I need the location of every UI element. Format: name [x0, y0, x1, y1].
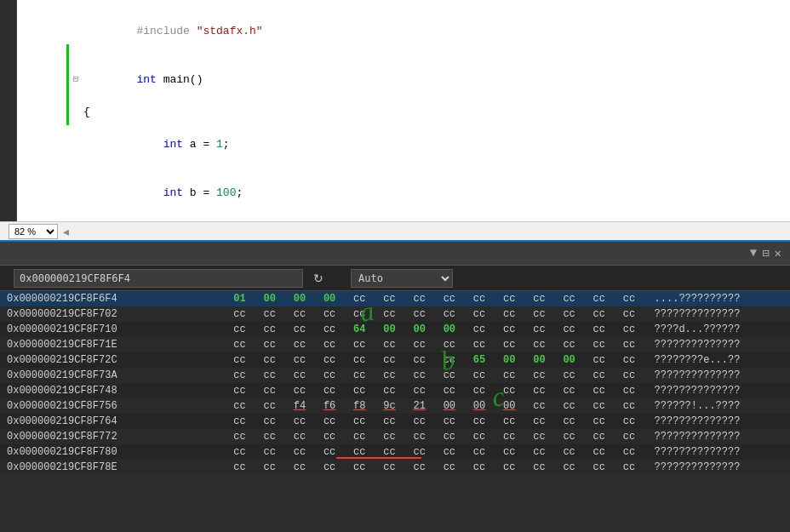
hex-byte-cell: cc — [375, 368, 404, 383]
hex-byte-cell: cc — [404, 429, 434, 444]
code-line-b: int b = 100; — [17, 169, 790, 217]
ascii-cell: ??????!...???? — [644, 398, 790, 414]
hex-byte-cell: cc — [225, 444, 255, 460]
hex-byte-cell: cc — [614, 383, 644, 398]
pin-icon[interactable]: ▼ — [750, 246, 757, 260]
hex-byte-cell: cc — [375, 383, 404, 398]
hex-byte-cell: cc — [225, 322, 255, 337]
memory-row: 0x000000219CF8F6F401000000cccccccccccccc… — [0, 291, 790, 306]
hex-byte-cell: cc — [284, 306, 314, 322]
hex-byte-cell: cc — [524, 368, 554, 383]
hex-byte-cell: cc — [225, 398, 255, 414]
hex-byte-cell: cc — [554, 368, 584, 383]
hex-byte-cell: cc — [315, 352, 345, 368]
memory-table-container[interactable]: 0x000000219CF8F6F401000000cccccccccccccc… — [0, 291, 790, 532]
hex-byte-cell: cc — [225, 368, 255, 383]
hex-byte-cell: cc — [464, 429, 494, 444]
memory-address-cell: 0x000000219CF8F772 — [0, 429, 225, 444]
ascii-cell: ?????????????? — [644, 444, 790, 460]
hex-byte-cell: cc — [614, 444, 644, 460]
hex-byte-cell: cc — [584, 322, 614, 337]
memory-address-cell: 0x000000219CF8F73A — [0, 368, 225, 383]
hex-byte-cell: cc — [495, 383, 524, 398]
memory-panel: ▼ ⊟ ✕ ↻ Auto 1 2 4 8 16 0x000000219CF8F6… — [0, 240, 790, 532]
hex-byte-cell: cc — [404, 337, 434, 352]
memory-address-cell: 0x000000219CF8F702 — [0, 306, 225, 322]
hex-byte-cell: cc — [614, 414, 644, 429]
hex-byte-cell: cc — [345, 337, 375, 352]
hex-byte-cell: cc — [255, 429, 284, 444]
hex-byte-cell: 65 — [464, 352, 494, 368]
hex-byte-cell: cc — [315, 444, 345, 460]
hex-byte-cell: cc — [284, 368, 314, 383]
line-c-text: int c = a + b; — [83, 217, 790, 221]
execution-indicator — [66, 44, 69, 125]
hex-byte-cell: cc — [225, 352, 255, 368]
hex-byte-cell: cc — [554, 398, 584, 414]
ascii-cell: ????d...?????? — [644, 322, 790, 337]
memory-row: 0x000000219CF8F702cccccccccccccccccccccc… — [0, 306, 790, 322]
hex-byte-cell: cc — [315, 383, 345, 398]
memory-row: 0x000000219CF8F73Acccccccccccccccccccccc… — [0, 368, 790, 383]
hex-byte-cell: cc — [434, 368, 464, 383]
collapse-icon[interactable]: ⊟ — [73, 72, 79, 88]
ascii-cell: ?????????????? — [644, 368, 790, 383]
hex-byte-cell: cc — [225, 429, 255, 444]
brace-open-line: { — [17, 104, 790, 120]
hex-byte-cell: cc — [315, 460, 345, 475]
hex-byte-cell: cc — [255, 306, 284, 322]
hex-byte-cell: cc — [584, 460, 614, 475]
hex-byte-cell: 00 — [315, 291, 345, 306]
hex-byte-cell: cc — [614, 352, 644, 368]
hex-byte-cell: f6 — [315, 398, 345, 414]
memory-row: 0x000000219CF8F78Ecccccccccccccccccccccc… — [0, 460, 790, 475]
close-icon[interactable]: ✕ — [775, 246, 781, 260]
zoom-bar: 82 % 100 % 150 % ◂ — [0, 221, 790, 240]
hex-byte-cell: cc — [554, 322, 584, 337]
hex-byte-cell: cc — [404, 460, 434, 475]
hex-byte-cell: cc — [584, 291, 614, 306]
hex-byte-cell: cc — [584, 414, 614, 429]
hex-byte-cell: cc — [434, 460, 464, 475]
hex-byte-cell: cc — [554, 429, 584, 444]
hex-byte-cell: cc — [284, 444, 314, 460]
hex-byte-cell: cc — [375, 460, 404, 475]
class-view-tab[interactable] — [0, 0, 17, 221]
hex-byte-cell: cc — [255, 398, 284, 414]
hex-byte-cell: 00 — [554, 352, 584, 368]
hex-byte-cell: cc — [284, 460, 314, 475]
hex-byte-cell: cc — [464, 306, 494, 322]
hex-byte-cell: 00 — [375, 322, 404, 337]
hex-byte-cell: cc — [584, 383, 614, 398]
code-line-c: int c = a + b; — [17, 217, 790, 221]
dock-icon[interactable]: ⊟ — [762, 246, 769, 260]
ascii-cell: ....?????????? — [644, 291, 790, 306]
include-line: #include "stdafx.h" — [17, 0, 790, 55]
hex-byte-cell: cc — [225, 414, 255, 429]
hex-byte-cell: cc — [614, 291, 644, 306]
zoom-select[interactable]: 82 % 100 % 150 % — [9, 224, 58, 239]
hex-byte-cell: cc — [375, 444, 404, 460]
hex-byte-cell: cc — [375, 291, 404, 306]
hex-byte-cell: cc — [495, 337, 524, 352]
hex-byte-cell: cc — [464, 460, 494, 475]
hex-byte-cell: cc — [524, 291, 554, 306]
hex-byte-cell: cc — [464, 322, 494, 337]
hex-byte-cell: cc — [284, 414, 314, 429]
scroll-left-icon[interactable]: ◂ — [61, 222, 71, 241]
columns-select[interactable]: Auto 1 2 4 8 16 — [351, 269, 453, 288]
hex-byte-cell: cc — [434, 429, 464, 444]
hex-byte-cell: cc — [345, 291, 375, 306]
editor-area: #include "stdafx.h" ⊟ int main() { — [0, 0, 790, 221]
refresh-button[interactable]: ↻ — [310, 270, 327, 287]
memory-titlebar: ▼ ⊟ ✕ — [0, 242, 790, 266]
ascii-cell: ?????????????? — [644, 306, 790, 322]
memory-title-icons: ▼ ⊟ ✕ — [750, 246, 781, 260]
hex-byte-cell: cc — [255, 414, 284, 429]
memory-row: 0x000000219CF8F756ccccf4f6f89c21000000cc… — [0, 398, 790, 414]
hex-byte-cell: f8 — [345, 398, 375, 414]
address-input[interactable] — [14, 269, 303, 288]
hex-byte-cell: cc — [255, 460, 284, 475]
hex-byte-cell: cc — [284, 322, 314, 337]
hex-byte-cell: cc — [375, 429, 404, 444]
